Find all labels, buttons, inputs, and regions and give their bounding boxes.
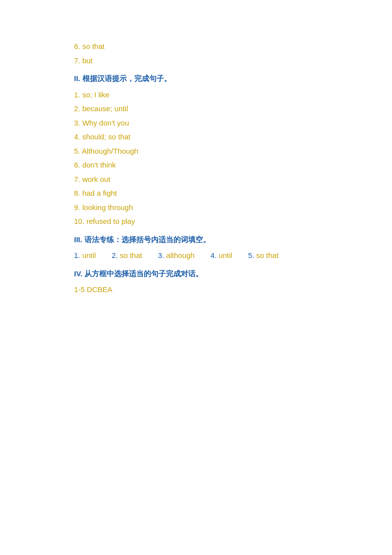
- item-4-label: 4.: [210, 251, 219, 259]
- section-ii-item-1: 1. so; I like: [74, 88, 318, 102]
- section-iv-answer: 1-5 DCBEA: [74, 283, 318, 297]
- section-ii-item-3: 3. Why don't you: [74, 116, 318, 130]
- section-ii-item-8: 8. had a fight: [74, 186, 318, 201]
- section-iii-item-5: 5. so that: [248, 249, 278, 263]
- section-iv-header: IV. 从方框中选择适当的句子完成对话。: [74, 267, 318, 281]
- section-iii-item-1: 1. until: [74, 249, 96, 263]
- section-iii-header: III. 语法专练：选择括号内适当的词填空。: [74, 233, 318, 247]
- section-iii-items-row: 1. until 2. so that 3. although 4. until…: [74, 249, 318, 263]
- section-ii-item-4: 4. should; so that: [74, 130, 318, 144]
- item-3-label: 3.: [158, 251, 166, 259]
- section-iii-item-3: 3. although: [158, 249, 195, 263]
- item-6-num: 6.: [74, 42, 82, 50]
- item-7-num: 7.: [74, 56, 82, 65]
- section-ii-item-2: 2. because; until: [74, 102, 318, 116]
- section-ii-item-10: 10. refused to play: [74, 214, 318, 229]
- item-7-text: but: [82, 56, 93, 65]
- section-iii-item-2: 2. so that: [112, 249, 142, 263]
- section-i-item-7: 7. but: [74, 54, 318, 68]
- item-2-label: 2.: [112, 251, 120, 259]
- section-iii-item-4: 4. until: [210, 249, 232, 263]
- section-i-item-6: 6. so that: [74, 40, 318, 54]
- item-6-text: so that: [82, 42, 105, 50]
- section-ii-item-5: 5. Although/Though: [74, 144, 318, 159]
- item-1-label: 1.: [74, 251, 82, 259]
- section-ii-item-6: 6. don't think: [74, 158, 318, 172]
- section-ii-header: II. 根据汉语提示，完成句子。: [74, 72, 318, 86]
- item-5-label: 5.: [248, 251, 256, 259]
- section-ii-item-7: 7. work out: [74, 172, 318, 187]
- section-ii-item-9: 9. looking through: [74, 201, 318, 215]
